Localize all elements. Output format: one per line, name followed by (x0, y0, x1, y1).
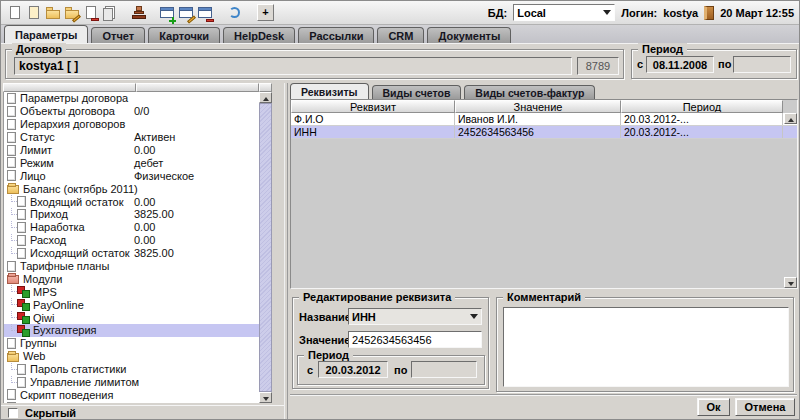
tree-item-Qiwi[interactable]: Qiwi (4, 311, 259, 324)
tree-item-label: Группы (20, 337, 57, 349)
page-icon (17, 222, 26, 233)
tree-item-Пароль статистики[interactable]: Пароль статистики (4, 363, 259, 376)
tree-item-Исходящий остаток[interactable]: Исходящий остаток3825.00 (4, 247, 259, 260)
tree-item-Управление лимитом[interactable]: Управление лимитом (4, 376, 259, 389)
ok-button[interactable]: Ок (697, 398, 730, 416)
requisite-name-value: ИНН (352, 311, 376, 323)
tree-item-Входящий остаток[interactable]: Входящий остаток0.00 (4, 195, 259, 208)
tree-item-label: PayOnline (33, 299, 84, 311)
open-folder-icon[interactable] (44, 4, 62, 22)
contract-name-field[interactable]: kostya1 [ ] (14, 57, 572, 75)
remove-window-icon[interactable] (197, 4, 215, 22)
tree-item-value: дебет (134, 157, 163, 169)
page-icon (7, 145, 16, 156)
tree-item-Режим[interactable]: Режимдебет (4, 156, 259, 169)
copy-pages-icon[interactable] (101, 4, 119, 22)
tab-Документы[interactable]: Документы (427, 27, 511, 43)
tab-Карточки[interactable]: Карточки (148, 27, 220, 43)
module-icon (17, 325, 29, 336)
db-select[interactable]: Local (513, 4, 615, 21)
tree-item-PayOnline[interactable]: PayOnline (4, 298, 259, 311)
more-button[interactable]: + (257, 4, 274, 21)
tree-item-label: Иерархия договоров (20, 118, 125, 130)
details-tab-Виды счетов-фактур[interactable]: Виды счетов-фактур (464, 85, 595, 99)
hidden-bar: Скрытый (1, 405, 284, 420)
edit-folder-icon[interactable] (63, 4, 81, 22)
stamp-icon[interactable] (130, 4, 148, 22)
tree-item-label: Тарифные планы (20, 260, 109, 272)
tree-scrollbar[interactable] (259, 92, 272, 403)
tree-item-Баланс (октябрь 2011)[interactable]: Баланс (октябрь 2011) (4, 182, 259, 195)
editor-period-to[interactable] (411, 361, 477, 378)
details-tab-Виды счетов[interactable]: Виды счетов (372, 85, 462, 99)
tree-item-Бухгалтерия[interactable]: Бухгалтерия (4, 324, 259, 337)
details-tab-Реквизиты[interactable]: Реквизиты (290, 83, 369, 99)
door-exit-icon[interactable] (704, 6, 714, 20)
tree-item-label: Наработка (30, 221, 85, 233)
copy-document-icon[interactable] (25, 4, 43, 22)
table-cell: ИНН (291, 126, 455, 138)
table-header: РеквизитЗначениеПериод (291, 100, 797, 113)
refresh-icon[interactable] (226, 4, 244, 22)
column-header-Период[interactable]: Период (621, 100, 783, 113)
tree-guide (7, 324, 17, 337)
tree-guide (7, 285, 17, 298)
tree-item-Статус[interactable]: СтатусАктивен (4, 131, 259, 144)
tree-item-Приход[interactable]: Приход3825.00 (4, 208, 259, 221)
comment-textarea[interactable] (503, 307, 789, 387)
cancel-button[interactable]: Отмена (735, 398, 795, 416)
tree-header-col1[interactable] (3, 83, 136, 92)
tree-item-MPS[interactable]: MPS (4, 285, 259, 298)
contract-group: Договор kostya1 [ ] 8789 (5, 49, 624, 79)
tab-Рассылки[interactable]: Рассылки (298, 27, 374, 43)
tree-item-Объекты договора[interactable]: Объекты договора0/0 (4, 105, 259, 118)
tree-header-corner (259, 83, 272, 92)
comment-group-label: Комментарий (503, 291, 585, 303)
tree-item-label: Qiwi (33, 312, 54, 324)
tree-item-Тарифные планы[interactable]: Тарифные планы (4, 260, 259, 273)
folder-icon (7, 353, 19, 362)
contract-period-to[interactable] (733, 56, 791, 73)
tree-scroll-up-button[interactable] (259, 92, 272, 103)
table-scroll-up-button[interactable] (784, 113, 797, 124)
table-row[interactable]: ИНН245263456345620.03.2012-... (291, 126, 797, 139)
column-header-Реквизит[interactable]: Реквизит (291, 100, 455, 113)
tree-header-col2[interactable] (136, 83, 259, 92)
tree-item-Расход[interactable]: Расход0.00 (4, 234, 259, 247)
contract-period-from[interactable]: 08.11.2008 (646, 56, 714, 73)
contract-number-field[interactable]: 8789 (577, 57, 619, 75)
tree-item-label: Лицо (20, 170, 46, 182)
tree-item-Параметры договора[interactable]: Параметры договора (4, 92, 259, 105)
new-document-icon[interactable] (6, 4, 24, 22)
edit-window-icon[interactable] (178, 4, 196, 22)
tab-CRM[interactable]: CRM (377, 27, 424, 43)
column-header-Значение[interactable]: Значение (455, 100, 621, 113)
hidden-checkbox[interactable] (8, 408, 18, 418)
add-window-icon[interactable] (159, 4, 177, 22)
tree-item-Иерархия договоров[interactable]: Иерархия договоров (4, 118, 259, 131)
tab-Отчет[interactable]: Отчет (91, 27, 145, 43)
table-scroll-down-button[interactable] (784, 277, 797, 288)
tree-item-Группы[interactable]: Группы (4, 337, 259, 350)
tree-item[interactable] (4, 401, 259, 403)
table-cell: 2452634563456 (455, 126, 621, 138)
login-label: Логин: (621, 7, 657, 19)
tree-item-Web[interactable]: Web (4, 350, 259, 363)
login-value: kostya (663, 7, 698, 19)
tree-item-label: Web (23, 350, 45, 362)
tree-item-Лицо[interactable]: ЛицоФизическое (4, 169, 259, 182)
tree-item-Модули[interactable]: Модули (4, 272, 259, 285)
tree-item-Наработка[interactable]: Наработка0.00 (4, 221, 259, 234)
tab-HelpDesk[interactable]: HelpDesk (223, 27, 295, 43)
tree-scroll-down-button[interactable] (259, 392, 272, 403)
tab-Параметры[interactable]: Параметры (4, 25, 88, 43)
delete-document-icon[interactable] (82, 4, 100, 22)
requisite-name-select[interactable]: ИНН (348, 308, 482, 325)
tree-item-Лимит[interactable]: Лимит0.00 (4, 144, 259, 157)
editor-period-from[interactable]: 20.03.2012 (318, 361, 388, 378)
table-row[interactable]: Ф.И.ОИванов И.И.20.03.2012-... (291, 113, 797, 126)
app-window: + БД: Local Логин: kostya 20 Март 12:55 … (0, 0, 800, 420)
tree-scrollbar-track[interactable] (259, 103, 272, 392)
requisite-value-input[interactable] (348, 331, 482, 348)
tree-item-Скрипт поведения[interactable]: Скрипт поведения (4, 388, 259, 401)
